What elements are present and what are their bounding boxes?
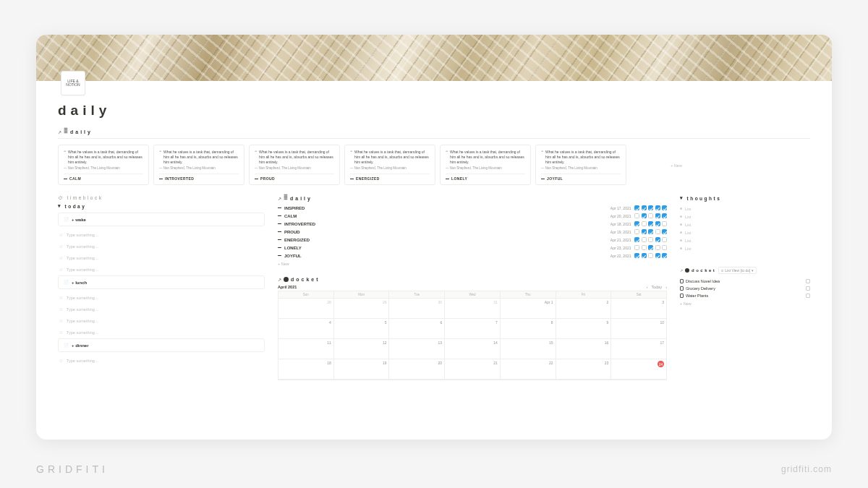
checkbox[interactable] — [648, 237, 653, 242]
checkbox[interactable] — [642, 213, 647, 218]
view-selector[interactable]: ≡List View [to do]▾ — [718, 267, 757, 274]
checkbox[interactable] — [662, 221, 667, 226]
daily-list-header[interactable]: ↗ ≣ daily — [278, 195, 667, 201]
cal-day[interactable]: 3 — [611, 299, 666, 319]
cal-day[interactable]: 12 — [334, 339, 390, 359]
thought-item[interactable]: List — [680, 228, 810, 236]
checkbox[interactable] — [655, 221, 660, 226]
thought-item[interactable]: List — [680, 236, 810, 244]
mood-card[interactable]: What he values is a task that, demanding… — [440, 145, 531, 185]
checkbox[interactable] — [642, 221, 647, 226]
today-toggle[interactable]: ▾ today — [58, 203, 265, 209]
cal-day[interactable]: 18 — [278, 359, 334, 380]
thought-item[interactable]: List — [680, 213, 810, 221]
cal-day[interactable]: 15 — [501, 339, 556, 359]
checkbox[interactable] — [648, 221, 653, 226]
cal-day[interactable]: 8 — [501, 319, 556, 339]
checkbox[interactable] — [648, 229, 653, 234]
checkbox[interactable] — [655, 205, 660, 210]
timeblock-slot[interactable]: ⏱Type something… — [58, 229, 265, 241]
cal-day[interactable]: 14 — [445, 339, 501, 359]
checkbox[interactable] — [655, 229, 660, 234]
docket-item[interactable]: Water Plants — [680, 292, 810, 299]
checkbox[interactable] — [662, 205, 667, 210]
timeblock-slot[interactable]: ⏱Type something… — [58, 292, 265, 304]
timeblock-item[interactable]: 📄+ wake — [58, 213, 265, 226]
checkbox[interactable] — [634, 205, 639, 210]
checkbox[interactable] — [642, 245, 647, 250]
checkbox[interactable] — [806, 286, 810, 291]
timeblock-slot[interactable]: ⏱Type something… — [58, 327, 265, 338]
cal-prev[interactable]: ‹ — [647, 285, 648, 289]
page-title[interactable]: daily — [58, 103, 810, 119]
new-card[interactable]: + New — [631, 145, 722, 185]
checkbox[interactable] — [648, 245, 653, 250]
cal-day[interactable]: 5 — [334, 319, 390, 339]
checkbox[interactable] — [662, 237, 667, 242]
daily-row[interactable]: PROUD Apr 19, 2021 — [278, 228, 667, 236]
calendar-month[interactable]: April 2021 — [278, 285, 297, 289]
checkbox[interactable] — [655, 245, 660, 250]
workspace-logo[interactable]: LIFE & NOTION — [61, 71, 85, 95]
cal-today[interactable]: Today — [651, 285, 662, 289]
mood-card[interactable]: What he values is a task that, demanding… — [249, 145, 340, 185]
cal-day[interactable]: 13 — [389, 339, 445, 359]
mood-card[interactable]: What he values is a task that, demanding… — [58, 145, 149, 185]
timeblock-slot[interactable]: ⏱Type something… — [58, 241, 265, 252]
checkbox[interactable] — [634, 221, 639, 226]
cal-day[interactable]: 11 — [278, 339, 334, 359]
daily-row[interactable]: ENERGIZED Apr 21, 2021 — [278, 236, 667, 244]
checkbox[interactable] — [655, 253, 660, 258]
checkbox[interactable] — [655, 213, 660, 218]
cal-day[interactable]: 9 — [556, 319, 612, 339]
checkbox[interactable] — [634, 245, 639, 250]
daily-row[interactable]: LONELY Apr 23, 2021 — [278, 244, 667, 252]
checkbox[interactable] — [806, 294, 810, 298]
cal-day[interactable]: Apr 1 — [501, 299, 556, 319]
checkbox[interactable] — [634, 253, 639, 258]
cal-day[interactable]: 4 — [278, 319, 334, 339]
cal-day[interactable]: 21 — [445, 359, 501, 380]
checkbox[interactable] — [648, 205, 653, 210]
thoughts-header[interactable]: ▾ thoughts — [680, 195, 810, 201]
cal-day[interactable]: 10 — [611, 319, 666, 339]
cal-day[interactable]: 31 — [445, 299, 501, 319]
cal-day[interactable]: 6 — [389, 319, 445, 339]
checkbox[interactable] — [642, 205, 647, 210]
daily-new[interactable]: + New — [278, 260, 667, 268]
cal-day[interactable]: 22 — [501, 359, 556, 380]
checkbox[interactable] — [634, 229, 639, 234]
thought-item[interactable]: List — [680, 205, 810, 213]
cal-day[interactable]: 19 — [334, 359, 390, 380]
checkbox[interactable] — [634, 237, 639, 242]
timeblock-item[interactable]: 📄+ lunch — [58, 275, 265, 289]
thought-item[interactable]: List — [680, 221, 810, 228]
daily-row[interactable]: INTROVERTED Apr 18, 2021 — [278, 220, 667, 228]
checkbox[interactable] — [662, 213, 667, 218]
checkbox[interactable] — [662, 253, 667, 258]
thought-item[interactable]: List — [680, 244, 810, 252]
cal-day[interactable]: 29 — [334, 299, 390, 319]
docket-item[interactable]: Grocery Delivery — [680, 285, 810, 292]
checkbox[interactable] — [642, 229, 647, 234]
checkbox[interactable] — [662, 245, 667, 250]
checkbox[interactable] — [642, 253, 647, 258]
checkbox[interactable] — [662, 229, 667, 234]
timeblock-slot[interactable]: ⏱Type something… — [58, 355, 265, 367]
timeblock-slot[interactable]: ⏱Type something… — [58, 264, 265, 275]
daily-row[interactable]: INSPIRED Apr 17, 2021 — [278, 204, 667, 212]
docket-cal-header[interactable]: ↗ docket — [278, 277, 667, 282]
docket-item[interactable]: Discuss Novel Idea — [680, 278, 810, 285]
timeblock-item[interactable]: 📄+ dinner — [58, 338, 265, 352]
docket-list-header[interactable]: ↗ docket ≡List View [to do]▾ — [680, 267, 810, 274]
daily-row[interactable]: JOYFUL Apr 22, 2021 — [278, 252, 667, 260]
gallery-header[interactable]: ↗ ≣ daily — [58, 129, 810, 134]
checkbox[interactable] — [806, 279, 810, 283]
checkbox[interactable] — [648, 213, 653, 218]
cal-day[interactable]: 23 — [556, 359, 612, 380]
cal-day[interactable]: 7 — [445, 319, 501, 339]
checkbox[interactable] — [655, 237, 660, 242]
mood-card[interactable]: What he values is a task that, demanding… — [344, 145, 435, 185]
checkbox[interactable] — [634, 213, 639, 218]
checkbox[interactable] — [648, 253, 653, 258]
